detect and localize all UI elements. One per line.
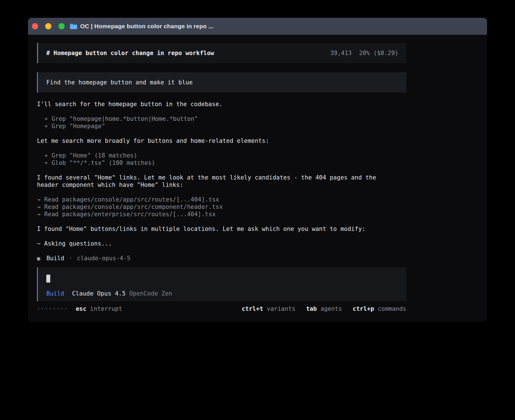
folder-icon <box>70 23 77 29</box>
hint-key: ctrl+p <box>353 305 374 312</box>
user-message: Find the homepage button and make it blu… <box>37 72 406 93</box>
hint-commands: ctrl+p commands <box>353 305 406 312</box>
asterisk-icon: ∗ <box>44 159 48 167</box>
tool-call-glob: ∗Glob "**/*.tsx" (100 matches) <box>37 159 406 167</box>
agent-name: Build <box>46 255 64 262</box>
tool-call-text: Grep "homepage|home.*button|Home.*button… <box>52 115 198 122</box>
tool-call-text: Grep "Home" (18 matches) <box>52 152 137 159</box>
session-stats: 39,41320%($0.29) <box>330 50 398 56</box>
tool-call-text: Read packages/console/app/src/routes/[..… <box>44 196 219 203</box>
arrow-right-icon: → <box>37 211 41 218</box>
tool-call-grep: ∗Grep "Homepage" <box>37 123 406 130</box>
hint-label: variants <box>267 305 295 312</box>
window-title: OC | Homepage button color change in rep… <box>80 23 213 30</box>
hint-label: commands <box>378 305 406 312</box>
tool-call-read: →Read packages/console/app/src/routes/[.… <box>37 196 406 203</box>
assistant-text: I found "Home" buttons/links in multiple… <box>37 225 406 233</box>
assistant-text: I'll search for the homepage button in t… <box>37 100 406 108</box>
hint-key: tab <box>306 305 317 312</box>
asterisk-icon: ∗ <box>44 115 48 123</box>
esc-key: esc <box>76 305 86 312</box>
prompt-input[interactable]: Build Claude Opus 4.5 OpenCode Zen <box>37 267 406 301</box>
status-bar: ········ esc interrupt ctrl+t variants t… <box>37 305 406 312</box>
zoom-button[interactable] <box>58 23 65 29</box>
session-title: # Homepage button color change in repo w… <box>46 50 214 56</box>
session-cost: ($0.29) <box>373 50 398 56</box>
assistant-transcript: I'll search for the homepage button in t… <box>37 100 406 262</box>
window-titlebar[interactable]: OC | Homepage button color change in rep… <box>28 18 487 35</box>
assistant-text: Let me search more broadly for buttons a… <box>37 137 406 145</box>
tool-call-grep: ∗Grep "homepage|home.*button|Home.*butto… <box>37 115 406 123</box>
tool-call-text: Glob "**/*.tsx" (100 matches) <box>52 159 155 166</box>
tool-call-read: →Read packages/enterprise/src/routes/[..… <box>37 211 406 218</box>
esc-label: interrupt <box>90 305 122 312</box>
hint-label: agents <box>320 305 342 312</box>
agent-row: ▣ Build · claude-opus-4-5 <box>37 255 406 262</box>
context-percent: 20% <box>359 50 370 56</box>
tool-call-text: Grep "Homepage" <box>52 123 105 130</box>
assistant-text: header component which have "Home" links… <box>37 181 406 189</box>
dot-separator: · <box>69 255 73 262</box>
close-button[interactable] <box>32 23 38 29</box>
minimize-button[interactable] <box>45 23 51 29</box>
agent-badge-icon: ▣ <box>37 255 40 262</box>
hint-variants: ctrl+t variants <box>242 305 295 312</box>
user-message-text: Find the homepage button and make it blu… <box>46 79 193 86</box>
mode-label: Build <box>46 290 64 297</box>
tool-call-text: Read packages/console/app/src/component/… <box>44 204 223 210</box>
tool-call-grep: ∗Grep "Home" (18 matches) <box>37 152 406 159</box>
text-cursor <box>46 275 50 283</box>
asterisk-icon: ∗ <box>44 123 48 130</box>
traffic-lights <box>32 23 65 29</box>
tool-call-text: Read packages/enterprise/src/routes/[...… <box>44 211 216 218</box>
hint-agents: tab agents <box>306 305 342 312</box>
assistant-text: I found several "Home" links. Let me loo… <box>37 174 406 181</box>
arrow-right-icon: → <box>37 196 41 203</box>
terminal-window: OC | Homepage button color change in rep… <box>28 18 487 322</box>
hint-key: ctrl+t <box>242 305 263 312</box>
spinner-dots-icon: ········ <box>37 305 68 312</box>
arrow-right-icon: → <box>37 203 41 211</box>
session-header: # Homepage button color change in repo w… <box>37 43 406 63</box>
working-status: ~ Asking questions... <box>37 240 406 247</box>
asterisk-icon: ∗ <box>44 152 48 159</box>
tool-call-read: →Read packages/console/app/src/component… <box>37 203 406 211</box>
token-count: 39,413 <box>330 50 352 56</box>
agent-model: claude-opus-4-5 <box>77 255 130 262</box>
model-row: Build Claude Opus 4.5 OpenCode Zen <box>46 290 398 297</box>
model-name: Claude Opus 4.5 <box>72 290 126 297</box>
provider-name: OpenCode Zen <box>129 290 172 297</box>
